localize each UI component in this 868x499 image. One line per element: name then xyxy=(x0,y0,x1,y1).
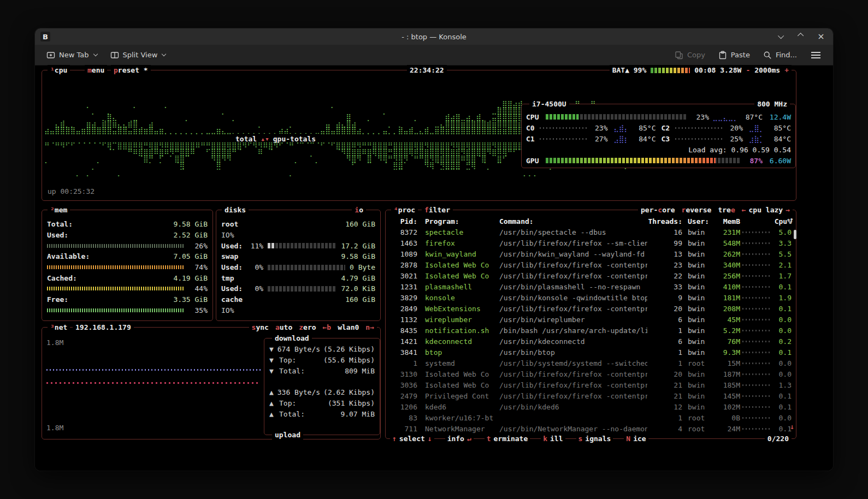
battery-label: BAT▲ 99% xyxy=(612,65,647,75)
per-core-label: ore xyxy=(662,205,675,215)
disk-line: Used:0%72.0 KiB xyxy=(221,283,375,294)
process-row[interactable]: 711NetworkManager/usr/bin/NetworkManager… xyxy=(390,423,792,434)
titlebar[interactable]: B - : btop — Konsole × xyxy=(35,28,833,45)
preset-button[interactable]: preset * xyxy=(111,65,151,75)
dotted-leader xyxy=(675,127,723,129)
disk-line: swap9.58 GiB xyxy=(221,251,375,262)
process-row[interactable]: 3130Isolated Web Co/usr/lib/firefox/fire… xyxy=(390,369,792,379)
process-pid: 3829 xyxy=(390,294,417,302)
io-toggle[interactable]: io xyxy=(352,205,366,215)
col-program[interactable]: Program: xyxy=(425,217,496,225)
paste-button[interactable]: Paste xyxy=(715,48,754,62)
tree-toggle[interactable]: tree xyxy=(718,205,735,215)
process-row[interactable]: 2849WebExtensions/usr/lib/firefox/firefo… xyxy=(390,303,792,314)
cpu-box-title[interactable]: ¹cpu xyxy=(48,65,70,75)
auto-key: a xyxy=(275,322,280,332)
net-zero-toggle[interactable]: zero xyxy=(299,322,316,332)
find-button[interactable]: Find... xyxy=(759,48,801,62)
close-button[interactable]: × xyxy=(817,32,825,41)
proc-footer-item[interactable]: terminate xyxy=(485,433,530,444)
minimize-button[interactable] xyxy=(777,32,786,41)
net-box-title[interactable]: ³net xyxy=(48,322,70,332)
process-row[interactable]: 3829konsole/usr/bin/konsole -qwindowtitl… xyxy=(390,292,792,303)
menu-label: enu xyxy=(92,65,104,75)
net-upload-rows: ▲336 Byte/s(2.62 Kibps)▲Top:(351 Kibps)▲… xyxy=(264,387,380,419)
mem-line: Total:9.58 GiB xyxy=(47,219,208,230)
io-label: o xyxy=(359,205,363,215)
col-command[interactable]: Command: xyxy=(499,217,647,225)
col-mem[interactable]: MemB xyxy=(713,217,740,225)
mem-line: 26% xyxy=(47,240,208,251)
process-row[interactable]: 83kworker/u16:7-bt1root0B0.0 xyxy=(390,412,792,423)
split-view-button[interactable]: Split View xyxy=(107,48,170,62)
process-threads: 1 xyxy=(647,414,682,422)
net-iface-prev-button[interactable]: ←b xyxy=(323,322,332,332)
copy-label: Copy xyxy=(687,51,705,59)
process-pid: 3841 xyxy=(390,348,417,357)
proc-box-title[interactable]: ⁴proc xyxy=(391,205,418,215)
mem-box-title[interactable]: ²mem xyxy=(48,205,70,215)
proc-footer-item[interactable]: Nice xyxy=(624,433,648,444)
disks-box-title[interactable]: disks xyxy=(222,205,249,215)
process-command: /usr/lib/firefox/firefox -contentpr xyxy=(499,272,647,280)
process-row[interactable]: 3036Isolated Web Co/usr/lib/firefox/fire… xyxy=(390,379,792,390)
process-row[interactable]: 1089kwin_wayland/usr/bin/kwin_wayland --… xyxy=(390,248,792,259)
process-mem: 9.3M xyxy=(713,348,740,357)
process-threads: 12 xyxy=(647,403,682,411)
maximize-button[interactable] xyxy=(797,32,806,41)
process-mem: 185M xyxy=(713,381,740,389)
col-cpu[interactable]: Cpu% xyxy=(773,217,792,225)
new-tab-button[interactable]: New Tab xyxy=(43,48,101,62)
process-row[interactable]: 1systemd/usr/lib/systemd/systemd --switc… xyxy=(390,358,792,369)
process-row[interactable]: 1231plasmashell/usr/bin/plasmashell --no… xyxy=(390,281,792,292)
mem-meter-pct: 35% xyxy=(189,306,208,314)
col-user[interactable]: User: xyxy=(688,217,713,225)
process-row[interactable]: 1132wireplumber/usr/bin/wireplumber6bwin… xyxy=(390,314,792,325)
net-upload-row: ▲Top:(351 Kibps) xyxy=(264,397,380,408)
col-threads[interactable]: Threads: xyxy=(647,217,682,225)
process-row[interactable]: 1206kded6/usr/bin/kded612bwin102M0.1 xyxy=(390,401,792,412)
menu-key: m xyxy=(87,65,92,75)
col-pid[interactable]: Pid: xyxy=(390,217,417,225)
process-row[interactable]: 3021Isolated Web Co/usr/lib/firefox/fire… xyxy=(390,270,792,281)
auto-label: uto xyxy=(280,322,292,332)
core-pct: 25% xyxy=(725,135,743,143)
net-download-row: ▼Total:809 MiB xyxy=(264,365,380,376)
sort-selector[interactable]: ←cpu lazy→ xyxy=(742,205,790,215)
per-core-toggle[interactable]: per-core xyxy=(641,205,675,215)
copy-button[interactable]: Copy xyxy=(671,48,709,62)
process-row[interactable]: 8435notification.sh/bin/bash /usr/share/… xyxy=(390,325,792,336)
menu-button[interactable] xyxy=(806,52,825,58)
disk-name: swap xyxy=(221,252,238,260)
proc-footer-item[interactable]: signals xyxy=(576,433,613,444)
sort-direction-icon[interactable]: ↑ xyxy=(789,216,794,224)
process-row[interactable]: 2878Isolated Web Co/usr/lib/firefox/fire… xyxy=(390,259,792,270)
footer-key: t xyxy=(487,433,491,444)
process-mem: 24M xyxy=(713,425,740,433)
process-row[interactable]: 3841btop/usr/bin/btop1bwin9.3M0.1 xyxy=(390,347,792,358)
process-cpu: 0.0 xyxy=(773,370,792,378)
process-row[interactable]: 1421kdeconnectd/usr/bin/kdeconnectd6bwin… xyxy=(390,336,792,347)
terminal[interactable]: ¹cpu menu preset * 22:34:22 BAT▲ 99% 00:… xyxy=(35,66,833,471)
process-row[interactable]: 1463firefox/usr/lib/firefox/firefox --sm… xyxy=(390,237,792,248)
ms-decrease-button[interactable]: - xyxy=(746,65,750,75)
proc-header: Pid: Program: Command: Threads: User: Me… xyxy=(390,216,792,227)
proc-footer-item[interactable]: info↵ xyxy=(445,433,474,444)
minimize-icon xyxy=(778,33,784,39)
process-row[interactable]: 8372spectacle/usr/bin/spectacle --dbus16… xyxy=(390,227,792,237)
scrollbar-thumb[interactable] xyxy=(794,230,796,239)
mem-line: 35% xyxy=(47,305,208,316)
net-sync-toggle[interactable]: sync xyxy=(252,322,269,332)
reverse-toggle[interactable]: reverse xyxy=(682,205,712,215)
proc-footer-item[interactable]: ↑select↓ xyxy=(390,433,434,444)
proc-footer-item[interactable]: kill xyxy=(541,433,565,444)
process-mem: 208M xyxy=(713,305,740,313)
scroll-down-icon[interactable]: ↓ xyxy=(790,423,794,431)
process-row[interactable]: 2479Privileged Cont/usr/lib/firefox/fire… xyxy=(390,390,792,401)
net-iface-next-button[interactable]: n→ xyxy=(365,322,374,332)
ms-increase-button[interactable]: + xyxy=(784,65,789,75)
filter-button[interactable]: filter xyxy=(422,205,453,215)
disk-used-pct: 0% xyxy=(244,284,263,293)
btop-menu-button[interactable]: menu xyxy=(85,65,107,75)
net-auto-toggle[interactable]: auto xyxy=(275,322,292,332)
